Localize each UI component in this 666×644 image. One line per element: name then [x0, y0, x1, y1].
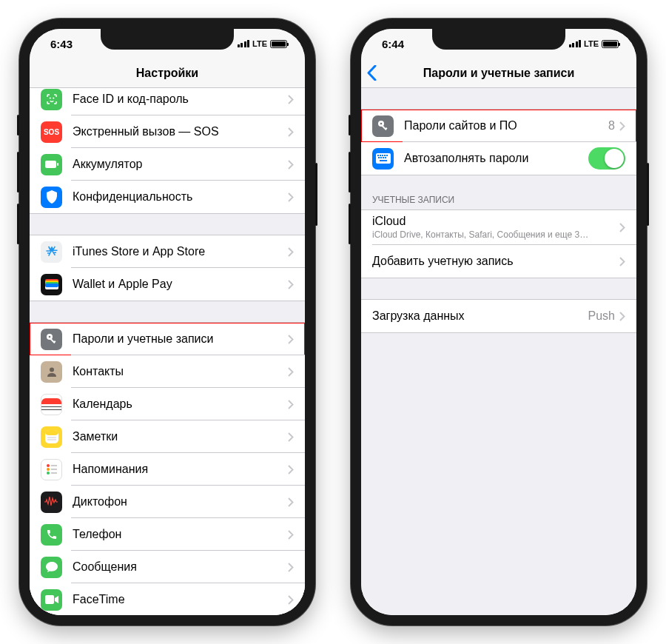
row-label: Пароли сайтов и ПО — [404, 119, 608, 133]
chevron-right-icon — [288, 432, 294, 442]
row-phone[interactable]: Телефон — [30, 518, 305, 551]
row-value: 8 — [608, 119, 615, 133]
row-privacy[interactable]: Конфиденциальность — [30, 181, 305, 213]
svg-point-0 — [50, 98, 50, 98]
network-label: LTE — [584, 39, 599, 48]
svg-rect-36 — [380, 157, 382, 158]
signal-icon — [238, 40, 250, 47]
status-time: 6:43 — [50, 38, 73, 50]
chevron-right-icon — [288, 160, 294, 170]
nav-bar: Настройки — [30, 58, 305, 88]
chevron-right-icon — [288, 335, 294, 344]
settings-group-1: Face ID и код-пароль SOS Экстренный вызо… — [30, 88, 305, 214]
row-label: Загрузка данных — [372, 309, 588, 323]
svg-point-10 — [48, 336, 50, 338]
wallet-icon — [41, 274, 62, 295]
svg-point-19 — [47, 468, 50, 471]
chevron-right-icon — [288, 127, 294, 137]
svg-point-1 — [53, 98, 53, 98]
row-label: Диктофон — [73, 495, 288, 509]
autofill-toggle[interactable] — [588, 147, 625, 170]
nav-title: Настройки — [136, 67, 198, 80]
row-appstore[interactable]: iTunes Store и App Store — [30, 235, 305, 268]
row-calendar[interactable]: Календарь — [30, 388, 305, 420]
chevron-right-icon — [619, 223, 625, 232]
row-wallet[interactable]: Wallet и Apple Pay — [30, 268, 305, 301]
svg-rect-3 — [57, 163, 58, 166]
messages-icon — [41, 557, 62, 578]
row-label: Заметки — [73, 430, 288, 443]
row-sos[interactable]: SOS Экстренный вызов — SOS — [30, 115, 305, 148]
accounts-group: iCloud iCloud Drive, Контакты, Safari, С… — [361, 209, 636, 278]
svg-rect-30 — [377, 155, 379, 156]
chevron-right-icon — [288, 247, 294, 257]
row-label: Календарь — [73, 398, 288, 411]
accounts-section-header: Учетные записи — [361, 190, 636, 209]
chevron-right-icon — [288, 367, 294, 377]
svg-rect-24 — [45, 595, 54, 604]
row-contacts[interactable]: Контакты — [30, 355, 305, 388]
row-autofill[interactable]: Автозаполнять пароли — [361, 142, 636, 175]
row-facetime[interactable]: FaceTime — [30, 583, 305, 615]
row-voicerec[interactable]: Диктофон — [30, 486, 305, 518]
back-button[interactable] — [367, 58, 377, 87]
chevron-right-icon — [288, 595, 294, 605]
row-label: Face ID и код-пароль — [73, 93, 288, 106]
row-fetch[interactable]: Загрузка данных Push — [361, 300, 636, 332]
chevron-right-icon — [288, 192, 294, 202]
phone-right: 6:44 LTE Пароли и учетные записи Пароли … — [351, 19, 647, 625]
row-site-passwords[interactable]: Пароли сайтов и ПО 8 — [361, 110, 636, 142]
settings-group-3: Пароли и учетные записи Контакты Календа… — [30, 322, 305, 615]
row-label: iTunes Store и App Store — [73, 245, 288, 258]
chevron-right-icon — [288, 400, 294, 409]
chevron-right-icon — [619, 121, 625, 131]
notch — [432, 29, 565, 50]
row-icloud[interactable]: iCloud iCloud Drive, Контакты, Safari, С… — [361, 210, 636, 244]
row-label: Телефон — [73, 528, 288, 541]
row-label: Аккумулятор — [73, 158, 288, 171]
battery-icon — [602, 40, 619, 48]
chevron-right-icon — [288, 280, 294, 289]
passwords-group: Пароли сайтов и ПО 8 Автозаполнять парол… — [361, 109, 636, 175]
nav-title: Пароли и учетные записи — [423, 67, 575, 80]
row-passwords[interactable]: Пароли и учетные записи — [30, 323, 305, 355]
chevron-right-icon — [619, 257, 625, 266]
row-label: Контакты — [73, 365, 288, 378]
chevron-right-icon — [288, 530, 294, 540]
nav-bar: Пароли и учетные записи — [361, 58, 636, 88]
status-time: 6:44 — [382, 38, 404, 50]
settings-group-2: iTunes Store и App Store Wallet и Apple … — [30, 235, 305, 301]
phone-left: 6:43 LTE Настройки Face ID и код-пароль … — [19, 19, 315, 625]
row-battery[interactable]: Аккумулятор — [30, 148, 305, 181]
row-label: Wallet и Apple Pay — [73, 278, 288, 291]
battery-icon — [41, 154, 62, 175]
row-add-account[interactable]: Добавить учетную запись — [361, 245, 636, 278]
row-messages[interactable]: Сообщения — [30, 551, 305, 583]
appstore-icon — [41, 241, 62, 263]
voicerec-icon — [41, 492, 62, 513]
contacts-icon — [41, 361, 62, 383]
svg-rect-37 — [383, 157, 384, 158]
row-reminders[interactable]: Напоминания — [30, 453, 305, 486]
signal-icon — [569, 40, 582, 47]
svg-rect-38 — [385, 157, 386, 158]
svg-point-26 — [380, 123, 382, 125]
svg-rect-39 — [380, 160, 387, 161]
svg-point-20 — [47, 472, 50, 474]
row-label: Автозаполнять пароли — [404, 152, 588, 165]
reminders-icon — [41, 459, 62, 480]
network-label: LTE — [252, 39, 267, 48]
row-value: Push — [588, 309, 615, 323]
row-label: Сообщения — [73, 560, 288, 574]
svg-rect-2 — [45, 161, 56, 168]
row-faceid[interactable]: Face ID и код-пароль — [30, 88, 305, 115]
sos-icon: SOS — [41, 121, 62, 143]
fetch-group: Загрузка данных Push — [361, 299, 636, 333]
row-label: Пароли и учетные записи — [73, 332, 288, 346]
phone-icon — [41, 524, 62, 546]
faceid-icon — [41, 89, 62, 110]
row-notes[interactable]: Заметки — [30, 420, 305, 453]
keyboard-icon — [372, 148, 394, 170]
row-label: FaceTime — [73, 593, 288, 606]
row-sublabel: iCloud Drive, Контакты, Safari, Сообщени… — [372, 229, 619, 240]
